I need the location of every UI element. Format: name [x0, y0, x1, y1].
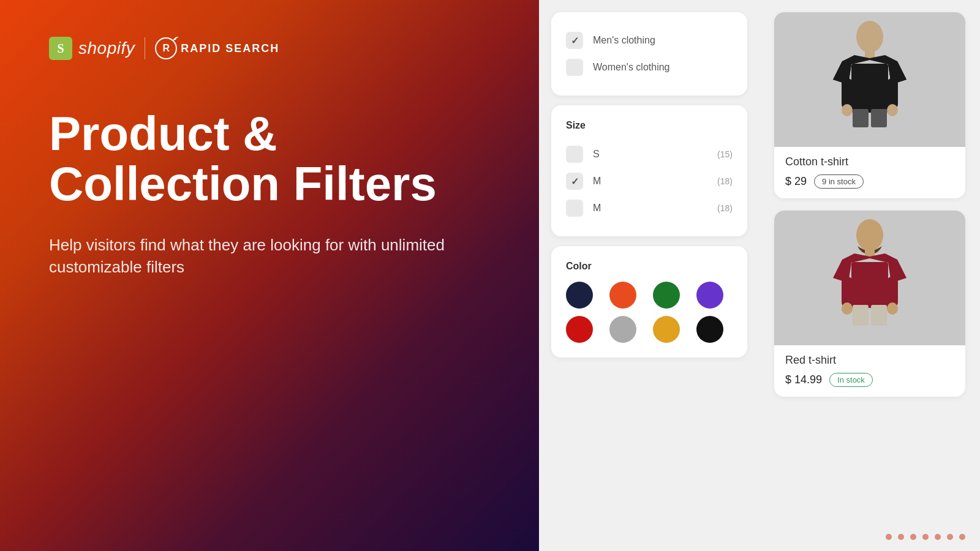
- svg-text:S: S: [57, 42, 64, 55]
- logo-area: S shopify R RAPID SEARCH: [49, 37, 490, 60]
- stock-badge-cotton: 9 in stock: [814, 174, 864, 189]
- color-amber[interactable]: [653, 316, 680, 343]
- rapid-search-icon: R: [155, 37, 177, 59]
- size-m2-checkbox[interactable]: [566, 200, 583, 217]
- product-price-red: $ 14.99: [785, 373, 822, 386]
- product-info-red: Red t-shirt $ 14.99 In stock: [774, 345, 965, 397]
- svg-point-19: [887, 302, 898, 315]
- product-name-cotton: Cotton t-shirt: [785, 156, 954, 168]
- logo-divider: [145, 37, 145, 59]
- mens-label: Men's clothing: [593, 35, 733, 46]
- size-filter-card: Size S (15) ✓ M (18) M (18): [551, 105, 747, 236]
- product-card-red: Red t-shirt $ 14.99 In stock: [774, 211, 965, 397]
- svg-point-10: [887, 104, 898, 116]
- dot-4: [922, 534, 929, 540]
- womens-checkbox[interactable]: [566, 59, 583, 76]
- size-s-count: (15): [717, 149, 733, 159]
- rapid-wing-icon: [172, 36, 180, 42]
- mens-checkbox[interactable]: ✓: [566, 32, 583, 49]
- rapid-search-logo: R RAPID SEARCH: [155, 37, 279, 59]
- color-grid: [566, 282, 733, 343]
- color-green[interactable]: [653, 282, 680, 309]
- filter-panel: ✓ Men's clothing Women's clothing Size S…: [539, 0, 760, 551]
- svg-point-9: [842, 104, 853, 116]
- size-m2-label: M: [593, 203, 707, 214]
- color-orange[interactable]: [609, 282, 636, 309]
- size-m1-label: M: [593, 176, 707, 187]
- size-m2-count: (18): [717, 203, 733, 213]
- svg-point-2: [856, 21, 883, 53]
- color-black[interactable]: [696, 316, 723, 343]
- shopify-bag-icon: S: [49, 37, 72, 60]
- dot-1: [886, 534, 892, 540]
- product-image-red: [774, 211, 965, 345]
- svg-rect-6: [871, 109, 887, 127]
- product-price-row-red: $ 14.99 In stock: [785, 373, 954, 387]
- shopify-logo: S shopify: [49, 37, 135, 60]
- product-card-cotton: Cotton t-shirt $ 29 9 in stock: [774, 12, 965, 198]
- size-m1-count: (18): [717, 176, 733, 186]
- red-shirt-image: [815, 217, 925, 339]
- left-panel: S shopify R RAPID SEARCH Product & Colle…: [0, 0, 539, 551]
- color-gray[interactable]: [609, 316, 636, 343]
- main-heading: Product & Collection Filters: [49, 109, 490, 209]
- womens-label: Women's clothing: [593, 62, 733, 73]
- dot-6: [947, 534, 953, 540]
- product-image-cotton: [774, 12, 965, 147]
- color-navy[interactable]: [566, 282, 593, 309]
- svg-rect-5: [853, 109, 869, 127]
- size-item-m1[interactable]: ✓ M (18): [566, 168, 733, 195]
- dot-3: [910, 534, 916, 540]
- color-filter-card: Color: [551, 246, 747, 358]
- dots-decoration: [886, 534, 980, 540]
- svg-rect-16: [853, 305, 869, 326]
- product-price-row-cotton: $ 29 9 in stock: [785, 174, 954, 189]
- svg-point-18: [842, 302, 853, 315]
- color-red[interactable]: [566, 316, 593, 343]
- rapid-search-label: RAPID SEARCH: [181, 42, 279, 55]
- dot-5: [935, 534, 941, 540]
- product-info-cotton: Cotton t-shirt $ 29 9 in stock: [774, 147, 965, 198]
- cotton-shirt-image: [815, 18, 925, 141]
- subtext: Help visitors find what they are looking…: [49, 234, 466, 279]
- size-item-s[interactable]: S (15): [566, 141, 733, 168]
- svg-point-11: [856, 219, 883, 251]
- shopify-label: shopify: [78, 39, 135, 58]
- category-filter-card: ✓ Men's clothing Women's clothing: [551, 12, 747, 96]
- filter-item-womens[interactable]: Women's clothing: [566, 54, 733, 81]
- svg-rect-4: [851, 64, 888, 113]
- size-title: Size: [566, 120, 733, 131]
- svg-rect-17: [871, 305, 887, 326]
- color-title: Color: [566, 261, 733, 272]
- size-s-checkbox[interactable]: [566, 146, 583, 163]
- stock-badge-red: In stock: [829, 373, 873, 387]
- product-panel: Cotton t-shirt $ 29 9 in stock: [760, 0, 980, 551]
- filter-item-mens[interactable]: ✓ Men's clothing: [566, 27, 733, 54]
- color-purple[interactable]: [696, 282, 723, 309]
- size-item-m2[interactable]: M (18): [566, 195, 733, 222]
- size-s-label: S: [593, 149, 707, 160]
- product-name-red: Red t-shirt: [785, 354, 954, 367]
- svg-rect-13: [851, 262, 888, 308]
- size-m1-checkbox[interactable]: ✓: [566, 173, 583, 190]
- product-price-cotton: $ 29: [785, 175, 807, 188]
- dot-2: [898, 534, 904, 540]
- right-panel: ✓ Men's clothing Women's clothing Size S…: [539, 0, 980, 551]
- dot-7: [959, 534, 965, 540]
